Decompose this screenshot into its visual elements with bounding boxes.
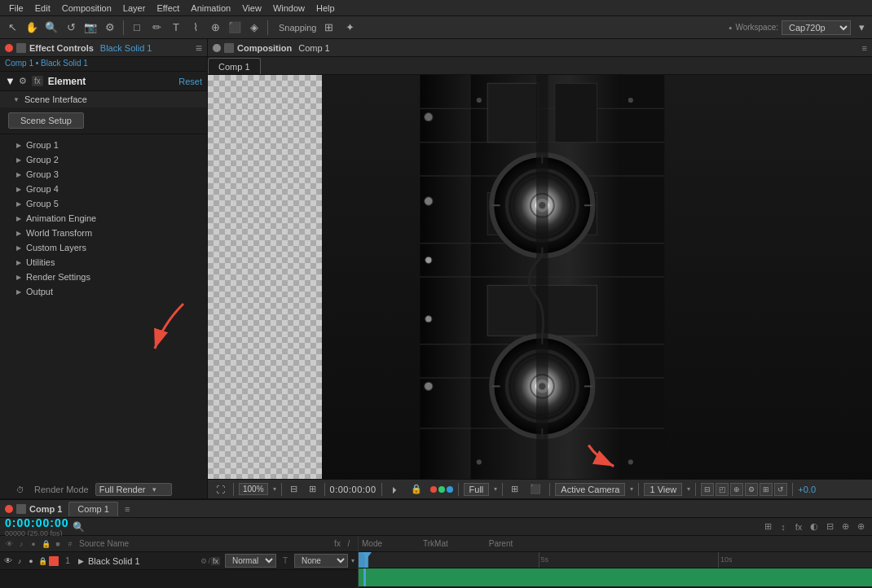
tl-col-eye-icon[interactable]: 👁 [3,538,15,550]
panel-collapse-btn[interactable] [16,43,26,53]
comp-viewport[interactable] [208,75,872,479]
active-camera-display[interactable]: Active Camera [555,483,625,496]
comp-fit-btn[interactable]: ⊟ [287,483,301,495]
group-item-group-3[interactable]: ▶Group 3 [0,167,207,182]
menu-edit[interactable]: Edit [29,3,56,13]
group-item-custom-layers[interactable]: ▶Custom Layers [0,240,207,255]
group-item-group-2[interactable]: ▶Group 2 [0,152,207,167]
svg-point-41 [477,98,482,103]
menu-animation[interactable]: Animation [185,3,236,13]
panel-menu-btn[interactable]: ≡ [196,42,202,55]
tl-search-btn[interactable]: 🔍 [73,521,85,533]
menu-view[interactable]: View [236,3,267,13]
menu-bar: File Edit Composition Layer Effect Anima… [0,0,872,16]
tl-icon-6[interactable]: ⊕ [839,520,852,533]
tl-layer-expand[interactable]: ▶ [75,555,86,567]
comp-tab[interactable]: Comp 1 [208,58,261,74]
tool-paint[interactable]: ⬛ [226,19,244,37]
comp-fullscreen-btn[interactable]: ⛶ [213,484,228,495]
tl-icon-1[interactable]: ⊞ [761,520,774,533]
menu-layer[interactable]: Layer [117,3,152,13]
tl-col-color-icon[interactable]: ■ [52,538,64,550]
tool-camera[interactable]: 📷 [81,19,99,37]
tool-path[interactable]: ⌇ [187,19,205,37]
comp-quality-display[interactable]: Full [464,483,490,496]
group-item-render-settings[interactable]: ▶Render Settings [0,270,207,284]
tl-icon-4[interactable]: ◐ [808,520,821,533]
tl-icon-2[interactable]: ↕ [777,520,790,533]
snapping-magnet[interactable]: ✦ [341,19,359,37]
group-item-animation-engine[interactable]: ▶Animation Engine [0,211,207,226]
comp-channels-btn[interactable]: ⬛ [526,483,544,495]
comp-grid-btn[interactable]: ⊞ [508,483,522,495]
green-channel-dot[interactable] [438,486,445,493]
tool-select[interactable]: ↖ [3,19,21,37]
tl-parent-select[interactable]: None [294,554,348,568]
view-icon-1[interactable]: ⊟ [701,483,714,496]
tl-icon-3[interactable]: fx [792,520,805,533]
tl-menu-btn[interactable]: ≡ [125,504,130,514]
tool-pen[interactable]: ✏ [148,19,165,37]
view-icon-6[interactable]: ↺ [774,483,787,496]
scene-setup-btn[interactable]: Scene Setup [8,112,84,129]
tl-mode-select[interactable]: Normal [225,554,276,568]
group-item-world-transform[interactable]: ▶World Transform [0,226,207,240]
tl-layer-audio-btn[interactable]: ♪ [15,556,24,566]
tool-hand[interactable]: ✋ [23,19,41,37]
group-item-group-5[interactable]: ▶Group 5 [0,196,207,211]
tl-layer-solo-btn[interactable]: ● [26,556,36,566]
view-icon-3[interactable]: ⊕ [730,483,743,496]
tl-icon-5[interactable]: ⊟ [823,520,836,533]
tool-clone[interactable]: ◈ [245,19,263,37]
comp-panel-close[interactable] [213,44,221,52]
menu-file[interactable]: File [3,3,29,13]
zoom-display[interactable]: 100% [239,483,268,495]
menu-composition[interactable]: Composition [56,3,117,13]
workspace-select[interactable]: Cap720p [782,20,851,35]
render-mode-dropdown[interactable]: Full Render ▾ [95,483,172,496]
tool-rect[interactable]: □ [128,19,146,37]
workspace-expand[interactable]: ▾ [854,19,869,37]
tl-col-solo-icon[interactable]: ● [28,538,39,550]
tl-comp-tab[interactable]: Comp 1 [68,502,118,516]
tl-icon-7[interactable]: ⊕ [854,520,867,533]
tl-close-btn[interactable] [5,505,13,513]
tl-layer-eye-btn[interactable]: 👁 [3,556,13,566]
fx-reset-btn[interactable]: Reset [178,77,202,86]
tl-layer-lock-btn[interactable]: 🔒 [37,556,47,566]
tl-layer-row: 👁 ♪ ● 🔒 1 ▶ Black Solid 1 ⚙ / fx [0,552,358,570]
tl-col-lock-icon[interactable]: 🔒 [40,538,51,550]
comp-lock-btn[interactable]: 🔒 [407,483,425,495]
tl-layer-name: Black Solid 1 [88,556,199,566]
comp-panel-title: Composition [237,43,292,53]
tl-col-audio-icon[interactable]: ♪ [15,538,27,550]
tool-rotate[interactable]: ↺ [62,19,80,37]
scene-interface-expand[interactable]: ▼ [13,96,20,103]
tl-layer-color-swatch[interactable] [49,556,59,566]
tl-timecode[interactable]: 0:00:00:00 [5,516,69,529]
tool-puppet[interactable]: ⊕ [206,19,224,37]
menu-window[interactable]: Window [267,3,310,13]
comp-safe-btn[interactable]: ⊞ [306,483,319,495]
group-item-utilities[interactable]: ▶Utilities [0,255,207,270]
view-icon-2[interactable]: ◰ [716,483,729,496]
view-icon-4[interactable]: ⚙ [745,483,758,496]
view-icon-5[interactable]: ⊞ [760,483,773,496]
blue-channel-dot[interactable] [447,486,453,493]
group-item-group-4[interactable]: ▶Group 4 [0,182,207,196]
menu-effect[interactable]: Effect [151,3,185,13]
fx-collapse-arrow[interactable]: ▼ [5,75,15,87]
comp-play-btn[interactable]: ⏵ [387,484,403,495]
render-mode-arrow: ▾ [152,485,156,494]
panel-close-btn[interactable] [5,44,13,52]
tool-text[interactable]: T [167,19,185,37]
tool-zoom[interactable]: 🔍 [42,19,60,37]
group-item-output[interactable]: ▶Output [0,284,207,299]
group-item-group-1[interactable]: ▶Group 1 [0,138,207,152]
tool-settings[interactable]: ⚙ [101,19,119,37]
comp-panel-menu[interactable]: ≡ [862,43,867,53]
menu-help[interactable]: Help [310,3,341,13]
view-count-display[interactable]: 1 View [644,483,682,496]
red-channel-dot[interactable] [430,486,437,493]
snapping-toggle[interactable]: ⊞ [320,19,338,37]
